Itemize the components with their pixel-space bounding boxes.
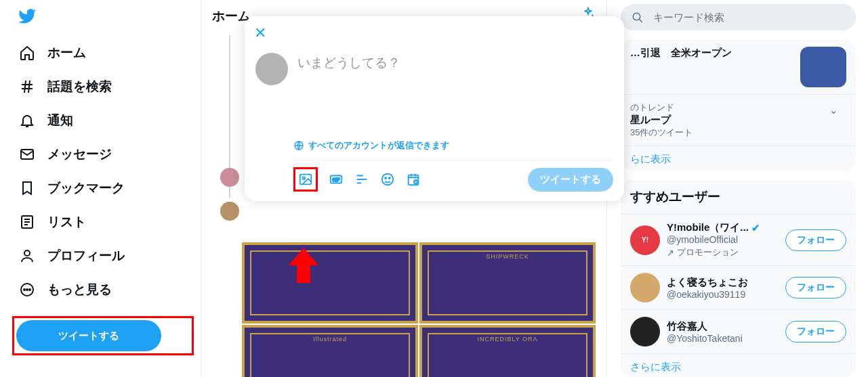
- annotation-arrow-icon: [289, 248, 318, 285]
- avatar: [255, 53, 288, 85]
- gif-icon[interactable]: GIF: [329, 172, 344, 187]
- svg-text:GIF: GIF: [332, 177, 339, 182]
- emoji-icon[interactable]: [380, 172, 395, 187]
- tweet-submit-button[interactable]: ツイートする: [528, 168, 613, 192]
- svg-point-15: [388, 177, 390, 179]
- poll-icon[interactable]: [354, 172, 369, 187]
- schedule-icon[interactable]: [406, 172, 421, 187]
- close-icon[interactable]: ✕: [254, 24, 266, 41]
- compose-textarea[interactable]: [296, 53, 613, 130]
- globe-icon: [293, 140, 304, 151]
- image-icon[interactable]: [298, 172, 313, 187]
- compose-modal: ✕ すべてのアカウントが返信できます GIF: [245, 16, 624, 201]
- reply-scope-label: すべてのアカウントが返信できます: [308, 139, 449, 152]
- svg-point-13: [381, 174, 393, 185]
- svg-point-14: [385, 177, 386, 179]
- svg-point-10: [302, 177, 305, 179]
- annotation-highlight: [293, 167, 318, 192]
- reply-scope[interactable]: すべてのアカウントが返信できます: [293, 139, 613, 160]
- modal-overlay: ✕ すべてのアカウントが返信できます GIF: [0, 0, 868, 377]
